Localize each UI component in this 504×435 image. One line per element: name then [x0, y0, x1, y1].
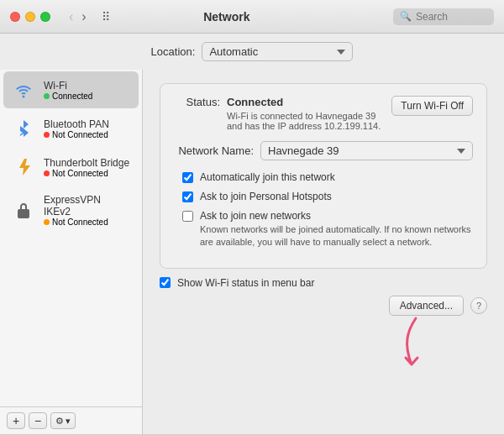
status-info: Connected Wi-Fi is connected to Havnegad… — [227, 96, 385, 131]
status-row: Status: Connected Wi-Fi is connected to … — [174, 96, 473, 131]
search-icon: 🔍 — [400, 11, 412, 22]
bluetooth-status-dot — [44, 132, 50, 138]
svg-rect-1 — [18, 209, 29, 218]
advanced-row: Advanced... ? — [160, 296, 487, 316]
window-title: Network — [67, 10, 386, 24]
network-name-label: Network Name: — [174, 144, 254, 157]
sidebar-item-expressvpn-text: ExpressVPN IKEv2 Not Connected — [44, 194, 130, 227]
personal-hotspots-label[interactable]: Ask to join Personal Hotspots — [200, 191, 332, 202]
sidebar-item-bluetooth-text: Bluetooth PAN Not Connected — [44, 118, 109, 139]
personal-hotspots-row: Ask to join Personal Hotspots — [174, 190, 473, 202]
close-button[interactable] — [10, 12, 20, 22]
search-input[interactable] — [416, 11, 483, 23]
sidebar-item-wifi-status: Connected — [44, 92, 92, 101]
show-wifi-checkbox[interactable] — [160, 277, 171, 288]
new-networks-note: Known networks will be joined automatica… — [200, 223, 473, 249]
right-panel: Status: Connected Wi-Fi is connected to … — [143, 70, 504, 434]
turn-wifi-button[interactable]: Turn Wi-Fi Off — [391, 96, 473, 116]
title-bar: ‹ › ⠿ Network 🔍 — [0, 0, 504, 34]
show-wifi-row: Show Wi-Fi status in menu bar — [160, 277, 487, 289]
bottom-section: Show Wi-Fi status in menu bar Advanced..… — [160, 277, 487, 316]
sidebar-item-wifi[interactable]: Wi-Fi Connected — [3, 71, 139, 108]
status-value: Connected — [227, 96, 283, 108]
sidebar-item-bluetooth-pan[interactable]: Bluetooth PAN Not Connected — [3, 110, 139, 147]
show-wifi-label[interactable]: Show Wi-Fi status in menu bar — [177, 277, 314, 289]
status-description: Wi-Fi is connected to Havnegade 39 and h… — [227, 111, 385, 131]
minimize-button[interactable] — [25, 12, 35, 22]
main-content: Wi-Fi Connected Bluetooth PAN — [0, 70, 504, 434]
sidebar-footer: + − ⚙ ▾ — [0, 406, 142, 434]
sidebar-item-expressvpn-name: ExpressVPN IKEv2 — [44, 194, 130, 218]
expressvpn-status-dot — [44, 219, 50, 225]
sidebar-item-bluetooth-name: Bluetooth PAN — [44, 118, 109, 130]
sidebar: Wi-Fi Connected Bluetooth PAN — [0, 70, 143, 434]
location-select[interactable]: Automatic — [202, 42, 353, 61]
thunderbolt-status-dot — [44, 170, 50, 176]
sidebar-item-wifi-name: Wi-Fi — [44, 80, 92, 92]
bluetooth-icon — [12, 117, 35, 140]
svg-point-0 — [23, 96, 25, 98]
sidebar-list: Wi-Fi Connected Bluetooth PAN — [0, 70, 142, 406]
thunderbolt-icon — [12, 155, 35, 179]
sidebar-item-thunderbolt[interactable]: Thunderbolt Bridge Not Connected — [3, 149, 139, 186]
remove-network-button[interactable]: − — [29, 412, 47, 429]
location-bar: Location: Automatic — [0, 34, 504, 70]
lock-icon — [12, 199, 35, 223]
auto-join-checkbox[interactable] — [182, 172, 193, 183]
help-button[interactable]: ? — [470, 297, 487, 314]
gear-icon: ⚙ — [55, 416, 64, 427]
auto-join-row: Automatically join this network — [174, 170, 473, 183]
add-network-button[interactable]: + — [7, 412, 25, 429]
wifi-icon — [12, 78, 35, 102]
status-label: Status: — [174, 96, 220, 108]
sidebar-item-wifi-text: Wi-Fi Connected — [44, 80, 92, 101]
sidebar-item-expressvpn[interactable]: ExpressVPN IKEv2 Not Connected — [3, 187, 139, 233]
settings-button[interactable]: ⚙ ▾ — [50, 412, 76, 429]
wifi-status-dot — [44, 93, 50, 99]
search-box[interactable]: 🔍 — [393, 8, 494, 25]
sidebar-item-expressvpn-status: Not Connected — [44, 218, 130, 227]
traffic-lights — [10, 12, 50, 22]
new-networks-label[interactable]: Ask to join new networks — [200, 210, 311, 222]
network-name-row: Network Name: Havnegade 39 — [174, 141, 473, 160]
network-name-select[interactable]: Havnegade 39 — [260, 141, 473, 160]
maximize-button[interactable] — [40, 12, 50, 22]
auto-join-label[interactable]: Automatically join this network — [200, 171, 335, 183]
sidebar-item-thunderbolt-status: Not Connected — [44, 169, 129, 178]
new-networks-checkbox[interactable] — [182, 211, 193, 222]
sidebar-item-bluetooth-status: Not Connected — [44, 130, 109, 139]
new-networks-row: Ask to join new networks Known networks … — [174, 209, 473, 249]
sidebar-item-thunderbolt-name: Thunderbolt Bridge — [44, 157, 129, 169]
gear-chevron-icon: ▾ — [66, 416, 71, 427]
wifi-settings-panel: Status: Connected Wi-Fi is connected to … — [160, 83, 487, 269]
location-label: Location: — [151, 45, 196, 58]
sidebar-item-thunderbolt-text: Thunderbolt Bridge Not Connected — [44, 157, 129, 178]
arrow-annotation — [391, 314, 441, 384]
personal-hotspots-checkbox[interactable] — [182, 191, 193, 202]
advanced-button[interactable]: Advanced... — [389, 296, 464, 316]
